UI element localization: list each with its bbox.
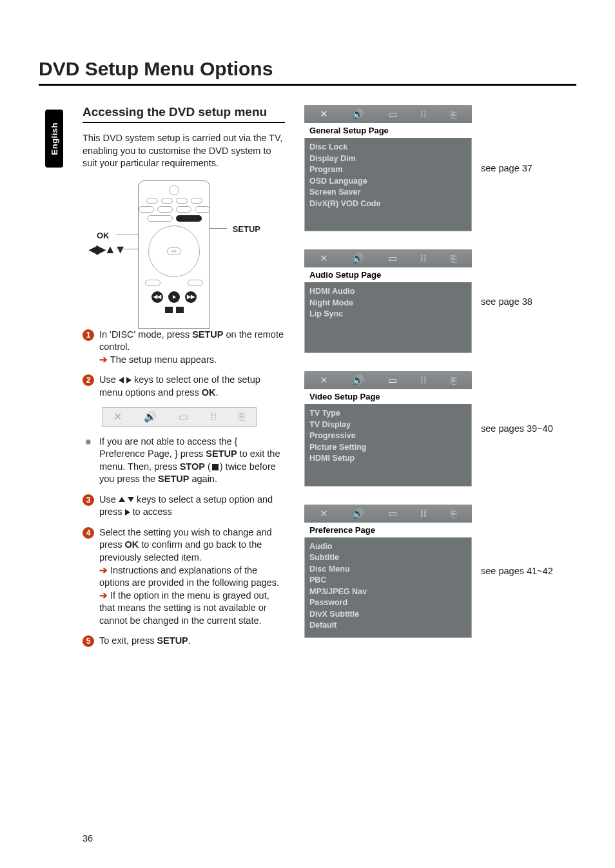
panel-tabs: ✕ 🔊 ▭ ⁞⁞ ⎘: [304, 371, 472, 389]
list-item: Night Mode: [309, 298, 467, 309]
step-keyword: SETUP: [157, 635, 188, 646]
panel-preference: ✕ 🔊 ▭ ⁞⁞ ⎘ Preference Page Audio Subtitl…: [304, 505, 472, 638]
tv-icon: ▭: [388, 374, 397, 386]
page-reference: see pages 41~42: [481, 566, 553, 576]
main-title: DVD Setup Menu Options: [39, 58, 576, 80]
list-item: MP3/JPEG Nav: [309, 586, 467, 598]
step-keyword: SETUP: [206, 448, 237, 459]
bullet-icon: ●: [83, 436, 94, 447]
speaker-icon: 🔊: [352, 508, 364, 519]
exit-icon: ⎘: [451, 109, 456, 120]
speaker-icon: 🔊: [352, 374, 364, 386]
list-item: Display Dim: [309, 153, 467, 165]
speaker-icon: 🔊: [352, 253, 364, 264]
step-sub: If the option in the menu is grayed out,…: [99, 590, 269, 626]
step-badge-3: 3: [83, 494, 94, 506]
right-column: ✕ 🔊 ▭ ⁞⁞ ⎘ General Setup Page Disc Lock …: [304, 105, 576, 655]
panel-row-general: ✕ 🔊 ▭ ⁞⁞ ⎘ General Setup Page Disc Lock …: [304, 105, 576, 231]
remote-ir-icon: [169, 185, 179, 195]
bullet-note: ● If you are not able to access the { Pr…: [83, 436, 285, 486]
list-item: Disc Lock: [309, 142, 467, 153]
list-item: TV Display: [309, 420, 467, 431]
list-item: PBC: [309, 575, 467, 586]
page-number: 36: [83, 833, 93, 844]
step-text: Use: [99, 494, 119, 505]
title-rule: [39, 84, 576, 86]
sliders-icon: ⁞⁞: [420, 374, 427, 386]
tv-icon: ▭: [179, 410, 188, 423]
step-text: .: [216, 387, 219, 398]
sliders-icon: ⁞⁞: [210, 410, 217, 423]
step-keyword: SETUP: [192, 329, 223, 340]
up-arrow-icon: [119, 497, 125, 502]
wrench-icon: ✕: [320, 108, 328, 120]
list-item: Screen Saver: [309, 187, 467, 198]
step-3: 3 Use keys to select a setup option and …: [83, 494, 285, 519]
panel-video: ✕ 🔊 ▭ ⁞⁞ ⎘ Video Setup Page TV Type TV D…: [304, 371, 472, 487]
step-keyword: OK: [125, 539, 139, 550]
panel-general: ✕ 🔊 ▭ ⁞⁞ ⎘ General Setup Page Disc Lock …: [304, 105, 472, 231]
sliders-icon: ⁞⁞: [420, 108, 427, 120]
step-badge-2: 2: [83, 374, 94, 386]
down-arrow-icon: [128, 497, 134, 502]
step-badge-1: 1: [83, 329, 94, 341]
list-item: Lip Sync: [309, 309, 467, 320]
list-item: Password: [309, 597, 467, 609]
step-text: keys to select one of the setup menu opt…: [99, 374, 260, 398]
list-item: DivX Subtitle: [309, 609, 467, 621]
wrench-icon: ✕: [113, 410, 122, 423]
list-item: Program: [309, 164, 467, 176]
remote-dpad: OK: [148, 226, 200, 277]
wrench-icon: ✕: [320, 253, 328, 264]
language-tab: English: [45, 110, 63, 168]
step-badge-4: 4: [83, 527, 94, 539]
step-text: again.: [189, 474, 217, 484]
list-item: TV Type: [309, 408, 467, 420]
remote-body: OK ◀◀ ▶▶: [138, 180, 210, 329]
panel-title: Preference Page: [304, 523, 472, 537]
remote-diagram: OK ◀▶▲▼ SETUP OK ◀◀ ▶▶: [83, 180, 263, 329]
leader-line: [116, 249, 138, 249]
step-keyword: SETUP: [158, 474, 189, 484]
page-reference: see page 38: [481, 296, 532, 307]
step-text: In 'DISC' mode, press: [99, 329, 192, 340]
remote-prev-icon: ◀◀: [151, 291, 163, 303]
list-item: HDMI Setup: [309, 453, 467, 465]
left-column: Accessing the DVD setup menu This DVD sy…: [83, 105, 285, 655]
panel-title: General Setup Page: [304, 123, 472, 138]
remote-ok-button: OK: [167, 247, 181, 255]
sliders-icon: ⁞⁞: [420, 508, 427, 519]
list-item: HDMI Audio: [309, 286, 467, 298]
page: DVD Setup Menu Options English Accessing…: [0, 0, 615, 868]
panel-title: Audio Setup Page: [304, 267, 472, 282]
section-title: Accessing the DVD setup menu: [83, 105, 285, 123]
right-arrow-icon: [125, 509, 130, 516]
intro-paragraph: This DVD system setup is carried out via…: [83, 132, 285, 170]
list-item: Subtitle: [309, 552, 467, 564]
panel-tabs: ✕ 🔊 ▭ ⁞⁞ ⎘: [304, 505, 472, 523]
page-reference: see page 37: [481, 163, 532, 173]
sliders-icon: ⁞⁞: [420, 253, 427, 264]
wrench-icon: ✕: [320, 508, 328, 519]
panel-audio: ✕ 🔊 ▭ ⁞⁞ ⎘ Audio Setup Page HDMI Audio N…: [304, 249, 472, 353]
step-keyword: STOP: [180, 461, 205, 472]
remote-next-icon: ▶▶: [185, 291, 197, 303]
right-arrow-icon: [126, 377, 132, 383]
remote-label-arrows: ◀▶▲▼: [89, 242, 125, 256]
list-item: DivX(R) VOD Code: [309, 198, 467, 210]
tv-icon: ▭: [388, 508, 397, 519]
step-sub: The setup menu appears.: [110, 354, 217, 365]
step-keyword: OK: [202, 387, 216, 398]
wrench-icon: ✕: [320, 374, 328, 386]
panel-tabs: ✕ 🔊 ▭ ⁞⁞ ⎘: [304, 105, 472, 123]
panel-tabs: ✕ 🔊 ▭ ⁞⁞ ⎘: [304, 249, 472, 267]
panel-row-video: ✕ 🔊 ▭ ⁞⁞ ⎘ Video Setup Page TV Type TV D…: [304, 371, 576, 487]
step-text: Use: [99, 374, 119, 385]
step-5: 5 To exit, press SETUP.: [83, 635, 285, 648]
panel-row-audio: ✕ 🔊 ▭ ⁞⁞ ⎘ Audio Setup Page HDMI Audio N…: [304, 249, 576, 353]
step-text: .: [188, 635, 191, 646]
left-arrow-icon: [119, 377, 124, 383]
tv-icon: ▭: [388, 253, 397, 264]
arrow-icon: ➔: [99, 565, 108, 575]
speaker-icon: 🔊: [144, 410, 157, 423]
